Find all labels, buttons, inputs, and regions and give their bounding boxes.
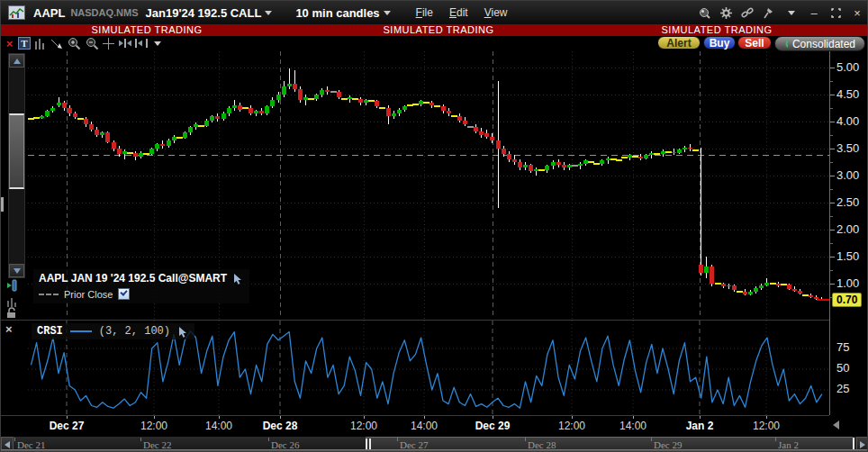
axis-minor-tick [830,270,833,271]
axis-minor-tick [830,108,833,109]
text-annotation-icon[interactable]: T [17,37,31,50]
time-axis-label: 12:00 [558,420,585,432]
time-axis-tick [219,416,220,419]
consolidated-button[interactable]: Consolidated [774,36,865,51]
symbol-label: AAPL [33,6,65,20]
gear-icon[interactable] [719,6,732,19]
chart-toolbar: × T Alert Buy Sell Consolidat [1,36,868,51]
refresh-icon [784,38,788,50]
time-axis-tick [364,416,365,419]
chart-type-icon[interactable] [33,37,47,50]
link-icon[interactable] [741,6,754,19]
narrow-bars-icon[interactable] [134,37,148,50]
period-dropdown-caret-icon[interactable] [384,11,391,15]
toolbar-more-caret-icon[interactable] [154,41,161,46]
alert-button[interactable]: Alert [657,36,701,50]
vertical-scrollbar[interactable] [8,53,25,278]
chart-window: AAPL NASDAQ.NMS Jan19'24 192.5 CALL 10 m… [0,0,868,452]
time-axis-tick [766,416,767,419]
crsi-axis-label: 50 [836,361,849,375]
prior-close-checkbox[interactable] [118,288,130,300]
time-axis-label: 12:00 [350,420,377,432]
scroll-up-button[interactable] [9,54,24,68]
time-axis-label: 14:00 [411,420,438,432]
axis-tick [830,257,835,258]
axis-tick [830,176,835,176]
period-label[interactable]: 10 min candles [295,6,379,20]
pin-icon[interactable] [763,6,775,19]
menu-view[interactable]: View [484,6,508,19]
menu-file[interactable]: File [416,6,433,19]
close-button[interactable]: × [851,6,863,20]
crsi-study-panel[interactable]: × CRSI (3, 2, 100) [1,320,829,415]
widen-bars-icon[interactable] [118,37,131,50]
studies-icon[interactable] [6,294,21,307]
vertical-scrollbar-thumb[interactable] [9,113,24,189]
axis-collapse-arrow-icon[interactable] [833,420,839,429]
minimize-button[interactable]: – [808,6,820,20]
timeline-tick [397,438,398,441]
price-axis[interactable]: 5.004.504.003.503.002.502.001.501.000.70… [829,51,868,415]
axis-tick [830,149,835,149]
crsi-legend: CRSI (3, 2, 100) [32,323,194,339]
prior-close-line-sample [39,294,59,295]
chart-legend: AAPL JAN 19 '24 192.5 Call@SMART Prior C… [33,269,249,303]
buy-button[interactable]: Buy [703,36,736,50]
zoom-in-icon[interactable] [68,37,81,50]
more-dropdown-caret-icon[interactable] [788,11,795,15]
title-bar[interactable]: AAPL NASDAQ.NMS Jan19'24 192.5 CALL 10 m… [1,1,868,24]
close-panel-icon[interactable]: × [3,37,16,50]
time-axis-label: 14:00 [205,420,232,432]
window-bottom-edge [1,449,868,451]
time-axis-tick [700,416,701,419]
zoom-out-icon[interactable] [86,37,99,50]
time-axis-tick [280,416,281,419]
scroll-down-button[interactable] [9,264,24,277]
time-axis-label: Dec 29 [475,420,511,432]
prior-close-label: Prior Close [64,289,113,300]
axis-minor-tick [830,81,833,82]
axis-minor-tick [830,162,833,163]
contract-label[interactable]: Jan19'24 192.5 CALL [146,6,262,20]
price-axis-label: 4.00 [836,114,859,128]
axis-tick [830,122,835,122]
price-axis-label: 2.00 [836,222,859,236]
drag-hand-icon[interactable] [177,326,189,338]
timeline-tick [14,438,15,441]
time-axis-tick [154,416,155,419]
drag-hand-icon[interactable] [232,273,244,285]
window-resize-notch[interactable] [1,197,4,212]
timeline-tick [140,438,141,441]
crsi-axis-label: 25 [836,382,849,395]
time-axis[interactable]: Dec 2712:0014:00Dec 2812:0014:00Dec 2912… [1,415,829,436]
crsi-axis-label: 75 [836,340,849,354]
candlestick-chart-panel[interactable]: AAPL JAN 19 '24 192.5 Call@SMART Prior C… [1,51,829,319]
price-axis-label: 3.50 [836,141,859,155]
simulated-trading-text: SIMULATED TRADING [92,24,203,36]
crsi-name: CRSI [37,325,63,338]
crosshair-icon[interactable] [102,37,115,50]
search-icon[interactable] [698,6,710,19]
price-axis-label: 5.00 [836,60,859,74]
time-axis-tick [67,416,68,419]
timeline-tick [525,438,526,441]
sell-button[interactable]: Sell [737,36,772,50]
crsi-line-sample [70,330,92,332]
trendline-tool-icon[interactable] [50,37,63,50]
contract-dropdown-caret-icon[interactable] [265,11,272,15]
dock-panel-icon[interactable] [6,278,21,291]
time-axis-tick [633,416,634,419]
last-price-badge: 0.70 [832,293,862,307]
unlock-icon[interactable] [6,306,21,319]
exchange-label: NASDAQ.NMS [70,7,138,18]
menu-bar: File Edit View [416,6,508,19]
menu-edit[interactable]: Edit [449,6,468,19]
axis-tick [830,68,835,68]
legend-title: AAPL JAN 19 '24 192.5 Call@SMART [39,272,227,285]
close-study-icon[interactable]: × [5,324,13,335]
axis-tick [830,203,835,203]
time-axis-tick [424,416,425,419]
axis-minor-tick [830,135,833,136]
maximize-button[interactable] [829,6,842,19]
axis-tick [830,284,835,285]
